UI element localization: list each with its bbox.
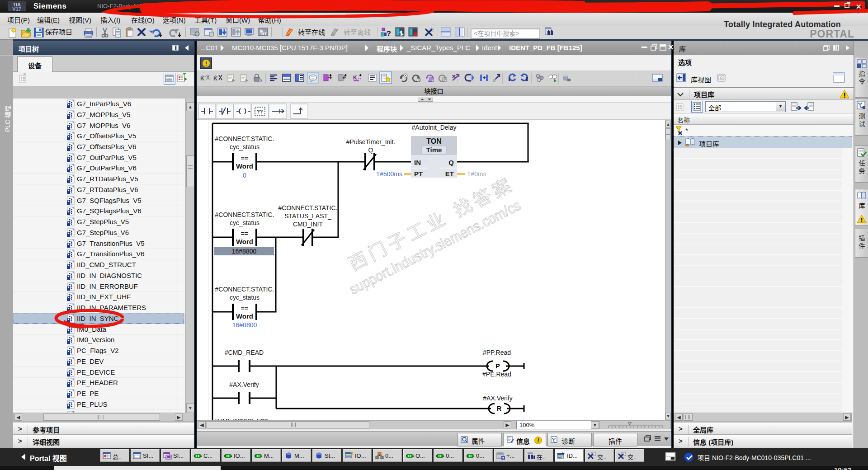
svg-text:Word: Word [236,312,253,320]
svg-text:#AX.Verify: #AX.Verify [229,381,259,388]
svg-text:#CONNECT.STATIC.: #CONNECT.STATIC. [215,211,274,218]
svg-text:#PE.Read: #PE.Read [482,371,511,378]
svg-text:K̊̈: K̊̈ [200,75,206,82]
svg-text:T#500ms: T#500ms [376,170,402,178]
svg-text:保存项目: 保存项目 [45,28,72,36]
svg-text:<在项目中搜索>: <在项目中搜索> [474,30,519,37]
svg-text:K̊: K̊ [213,75,218,82]
svg-text:#AutoInit_Delay: #AutoInit_Delay [412,124,457,131]
svg-text:?: ? [387,30,391,38]
svg-text:R: R [497,405,501,412]
svg-text:cyc_status: cyc_status [230,143,259,150]
svg-text:转至在线: 转至在线 [298,28,325,36]
svg-text:==: == [241,305,248,312]
svg-text:转至离线: 转至离线 [344,28,371,36]
svg-text:P: P [495,362,500,370]
svg-text:cyc_status: cyc_status [230,219,259,226]
svg-text:RT: RT [261,32,267,36]
svg-text:Word: Word [236,162,253,170]
svg-text:ET: ET [445,170,454,178]
svg-text:T#0ms: T#0ms [467,170,486,178]
svg-text:STATUS_LAST_: STATUS_LAST_ [284,212,331,220]
svg-text:0: 0 [243,172,246,179]
svg-text:#PulseTimer_Init.: #PulseTimer_Init. [346,138,395,146]
svg-text:#CONNECT.STATIC.: #CONNECT.STATIC. [215,135,274,142]
svg-text:PT: PT [414,170,423,178]
svg-text:Q: Q [448,159,454,166]
svg-text:cyc_status: cyc_status [230,294,259,301]
svg-text:TON: TON [426,137,441,145]
svg-text:Word: Word [236,238,253,245]
svg-text:IN: IN [414,159,421,166]
svg-text:==: == [241,155,248,162]
svg-text:#PP.Read: #PP.Read [483,349,511,356]
svg-text:==: == [241,230,248,237]
svg-text:16#8800: 16#8800 [232,248,257,255]
svg-text:Time: Time [426,146,442,154]
svg-text:#CONNECT.STATIC.: #CONNECT.STATIC. [215,286,274,293]
svg-text:#CMD_READ: #CMD_READ [225,349,264,356]
svg-text:16#0800: 16#0800 [232,321,257,329]
svg-text:??: ?? [257,109,263,114]
svg-text:CMD_INIT: CMD_INIT [293,221,323,228]
svg-text:#CONNECT.STATIC.: #CONNECT.STATIC. [278,204,338,212]
svg-text:Q: Q [368,146,373,154]
svg-text:#AX.Verify: #AX.Verify [483,395,512,402]
